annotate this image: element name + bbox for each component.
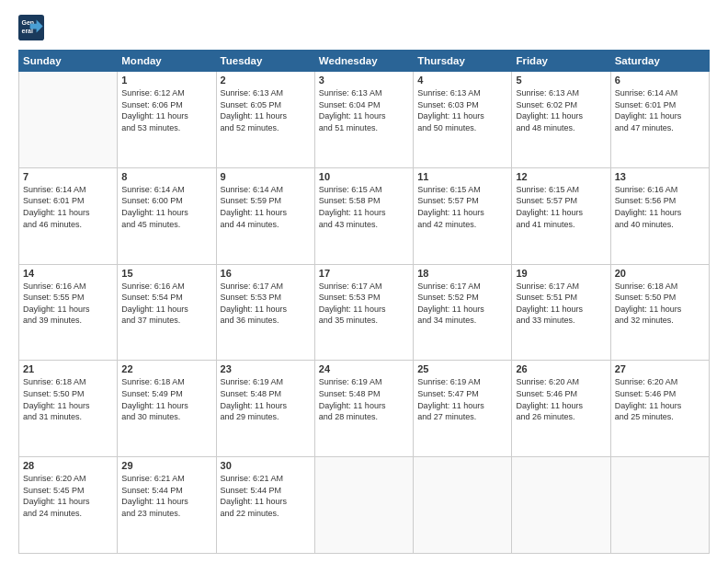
day-number: 23	[221, 363, 311, 374]
day-number: 27	[615, 363, 705, 374]
day-info: Sunrise: 6:21 AM Sunset: 5:44 PM Dayligh…	[221, 473, 311, 519]
day-info: Sunrise: 6:19 AM Sunset: 5:48 PM Dayligh…	[221, 376, 311, 422]
calendar-cell	[610, 457, 709, 554]
calendar-cell: 4Sunrise: 6:13 AM Sunset: 6:03 PM Daylig…	[414, 72, 512, 168]
day-info: Sunrise: 6:17 AM Sunset: 5:51 PM Dayligh…	[516, 281, 606, 327]
calendar-cell: 13Sunrise: 6:16 AM Sunset: 5:56 PM Dayli…	[610, 167, 709, 264]
calendar-cell	[414, 457, 512, 554]
day-number: 26	[516, 363, 606, 374]
day-info: Sunrise: 6:14 AM Sunset: 6:00 PM Dayligh…	[121, 184, 211, 230]
calendar-cell: 11Sunrise: 6:15 AM Sunset: 5:57 PM Dayli…	[414, 167, 512, 264]
calendar-cell: 12Sunrise: 6:15 AM Sunset: 5:57 PM Dayli…	[512, 167, 610, 264]
day-info: Sunrise: 6:20 AM Sunset: 5:46 PM Dayligh…	[516, 376, 606, 422]
day-number: 21	[23, 363, 113, 374]
calendar-cell: 19Sunrise: 6:17 AM Sunset: 5:51 PM Dayli…	[512, 264, 610, 361]
calendar-week-row: 21Sunrise: 6:18 AM Sunset: 5:50 PM Dayli…	[19, 361, 710, 457]
day-number: 13	[615, 171, 705, 182]
day-info: Sunrise: 6:18 AM Sunset: 5:50 PM Dayligh…	[23, 376, 113, 422]
calendar-week-row: 14Sunrise: 6:16 AM Sunset: 5:55 PM Dayli…	[19, 264, 710, 361]
day-number: 17	[319, 268, 409, 279]
calendar-cell: 1Sunrise: 6:12 AM Sunset: 6:06 PM Daylig…	[118, 72, 216, 168]
calendar-cell: 29Sunrise: 6:21 AM Sunset: 5:44 PM Dayli…	[118, 457, 216, 554]
calendar-cell: 14Sunrise: 6:16 AM Sunset: 5:55 PM Dayli…	[19, 264, 118, 361]
day-info: Sunrise: 6:17 AM Sunset: 5:53 PM Dayligh…	[221, 281, 311, 327]
calendar-cell: 17Sunrise: 6:17 AM Sunset: 5:53 PM Dayli…	[314, 264, 413, 361]
day-info: Sunrise: 6:17 AM Sunset: 5:52 PM Dayligh…	[417, 281, 507, 327]
day-info: Sunrise: 6:13 AM Sunset: 6:04 PM Dayligh…	[319, 87, 409, 133]
day-number: 14	[23, 268, 113, 279]
calendar-cell: 24Sunrise: 6:19 AM Sunset: 5:48 PM Dayli…	[314, 361, 413, 457]
day-info: Sunrise: 6:13 AM Sunset: 6:03 PM Dayligh…	[417, 87, 507, 133]
day-info: Sunrise: 6:13 AM Sunset: 6:02 PM Dayligh…	[516, 87, 606, 133]
weekday-header: Saturday	[610, 51, 709, 72]
calendar-cell: 20Sunrise: 6:18 AM Sunset: 5:50 PM Dayli…	[610, 264, 709, 361]
day-info: Sunrise: 6:21 AM Sunset: 5:44 PM Dayligh…	[121, 473, 211, 519]
day-number: 4	[417, 75, 507, 86]
calendar-cell: 8Sunrise: 6:14 AM Sunset: 6:00 PM Daylig…	[118, 167, 216, 264]
calendar-cell	[512, 457, 610, 554]
weekday-header: Sunday	[19, 51, 118, 72]
calendar-cell: 18Sunrise: 6:17 AM Sunset: 5:52 PM Dayli…	[414, 264, 512, 361]
weekday-header: Wednesday	[314, 51, 413, 72]
day-info: Sunrise: 6:15 AM Sunset: 5:57 PM Dayligh…	[516, 184, 606, 230]
day-number: 6	[615, 75, 705, 86]
logo: Gen eral	[18, 15, 46, 40]
day-info: Sunrise: 6:18 AM Sunset: 5:50 PM Dayligh…	[615, 281, 705, 327]
calendar-cell: 28Sunrise: 6:20 AM Sunset: 5:45 PM Dayli…	[19, 457, 118, 554]
day-number: 1	[121, 75, 211, 86]
weekday-header: Tuesday	[216, 51, 314, 72]
calendar-cell: 26Sunrise: 6:20 AM Sunset: 5:46 PM Dayli…	[512, 361, 610, 457]
day-number: 15	[121, 268, 211, 279]
day-number: 7	[23, 171, 113, 182]
calendar-week-row: 7Sunrise: 6:14 AM Sunset: 6:01 PM Daylig…	[19, 167, 710, 264]
calendar-cell: 3Sunrise: 6:13 AM Sunset: 6:04 PM Daylig…	[314, 72, 413, 168]
day-info: Sunrise: 6:12 AM Sunset: 6:06 PM Dayligh…	[121, 87, 211, 133]
day-number: 16	[221, 268, 311, 279]
calendar-cell: 5Sunrise: 6:13 AM Sunset: 6:02 PM Daylig…	[512, 72, 610, 168]
weekday-header: Monday	[118, 51, 216, 72]
day-number: 11	[417, 171, 507, 182]
calendar-cell: 2Sunrise: 6:13 AM Sunset: 6:05 PM Daylig…	[216, 72, 314, 168]
calendar-cell	[19, 72, 118, 168]
page: Gen eral SundayMondayTuesdayWednesdayThu…	[0, 0, 728, 563]
day-info: Sunrise: 6:20 AM Sunset: 5:46 PM Dayligh…	[615, 376, 705, 422]
day-info: Sunrise: 6:18 AM Sunset: 5:49 PM Dayligh…	[121, 376, 211, 422]
day-info: Sunrise: 6:17 AM Sunset: 5:53 PM Dayligh…	[319, 281, 409, 327]
day-number: 2	[221, 75, 311, 86]
calendar-cell: 25Sunrise: 6:19 AM Sunset: 5:47 PM Dayli…	[414, 361, 512, 457]
day-number: 19	[516, 268, 606, 279]
day-info: Sunrise: 6:14 AM Sunset: 6:01 PM Dayligh…	[615, 87, 705, 133]
day-number: 28	[23, 460, 113, 471]
day-number: 30	[221, 460, 311, 471]
day-number: 12	[516, 171, 606, 182]
calendar-table: SundayMondayTuesdayWednesdayThursdayFrid…	[18, 50, 710, 554]
calendar-cell: 21Sunrise: 6:18 AM Sunset: 5:50 PM Dayli…	[19, 361, 118, 457]
calendar-cell: 22Sunrise: 6:18 AM Sunset: 5:49 PM Dayli…	[118, 361, 216, 457]
calendar-cell	[314, 457, 413, 554]
day-number: 24	[319, 363, 409, 374]
calendar-cell: 27Sunrise: 6:20 AM Sunset: 5:46 PM Dayli…	[610, 361, 709, 457]
day-number: 10	[319, 171, 409, 182]
day-info: Sunrise: 6:20 AM Sunset: 5:45 PM Dayligh…	[23, 473, 113, 519]
day-info: Sunrise: 6:19 AM Sunset: 5:47 PM Dayligh…	[417, 376, 507, 422]
calendar-header-row: SundayMondayTuesdayWednesdayThursdayFrid…	[19, 51, 710, 72]
calendar-week-row: 28Sunrise: 6:20 AM Sunset: 5:45 PM Dayli…	[19, 457, 710, 554]
day-number: 5	[516, 75, 606, 86]
day-number: 8	[121, 171, 211, 182]
calendar-cell: 6Sunrise: 6:14 AM Sunset: 6:01 PM Daylig…	[610, 72, 709, 168]
day-number: 29	[121, 460, 211, 471]
calendar-week-row: 1Sunrise: 6:12 AM Sunset: 6:06 PM Daylig…	[19, 72, 710, 168]
calendar-cell: 10Sunrise: 6:15 AM Sunset: 5:58 PM Dayli…	[314, 167, 413, 264]
day-info: Sunrise: 6:16 AM Sunset: 5:55 PM Dayligh…	[23, 281, 113, 327]
calendar-cell: 7Sunrise: 6:14 AM Sunset: 6:01 PM Daylig…	[19, 167, 118, 264]
day-info: Sunrise: 6:19 AM Sunset: 5:48 PM Dayligh…	[319, 376, 409, 422]
calendar-cell: 15Sunrise: 6:16 AM Sunset: 5:54 PM Dayli…	[118, 264, 216, 361]
day-info: Sunrise: 6:16 AM Sunset: 5:54 PM Dayligh…	[121, 281, 211, 327]
day-number: 22	[121, 363, 211, 374]
calendar-cell: 16Sunrise: 6:17 AM Sunset: 5:53 PM Dayli…	[216, 264, 314, 361]
day-info: Sunrise: 6:14 AM Sunset: 5:59 PM Dayligh…	[221, 184, 311, 230]
day-info: Sunrise: 6:14 AM Sunset: 6:01 PM Dayligh…	[23, 184, 113, 230]
day-info: Sunrise: 6:15 AM Sunset: 5:57 PM Dayligh…	[417, 184, 507, 230]
day-number: 3	[319, 75, 409, 86]
calendar-cell: 9Sunrise: 6:14 AM Sunset: 5:59 PM Daylig…	[216, 167, 314, 264]
